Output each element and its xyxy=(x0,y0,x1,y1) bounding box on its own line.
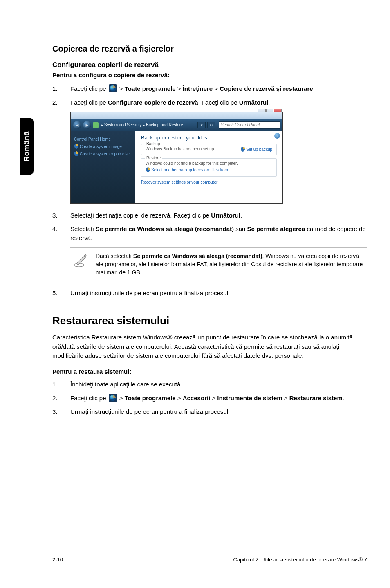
nav-forward-icon[interactable]: ► xyxy=(83,121,91,129)
sidebar-repair-disc-link[interactable]: Create a system repair disc xyxy=(74,151,132,156)
step-2: 2. Faceţi clic pe Configurare copiere de… xyxy=(52,98,367,107)
address-bar[interactable]: ▸ System and Security ▸ Backup and Resto… xyxy=(101,123,196,127)
window-body: Control Panel Home Create a system image… xyxy=(71,131,282,203)
step-body: Faceţi clic pe > Toate programele > Într… xyxy=(70,84,367,93)
shield-icon xyxy=(74,151,79,156)
main-heading: Back up or restore your files xyxy=(141,135,277,141)
backup-status-text: Windows Backup has not been set up. xyxy=(146,147,272,151)
step-number: 3. xyxy=(52,211,70,220)
step-number: 1. xyxy=(52,380,70,389)
start-orb-icon xyxy=(109,394,117,402)
step-number: 3. xyxy=(52,407,70,416)
step-body: Faceţi clic pe Configurare copiere de re… xyxy=(70,98,367,107)
step-number: 1. xyxy=(52,84,70,93)
search-input[interactable] xyxy=(219,121,280,129)
steps-restore: 1. Închideţi toate aplicaţiile care se e… xyxy=(52,380,367,416)
nav-back-icon[interactable]: ◄ xyxy=(73,121,81,129)
language-tab: Română xyxy=(20,118,34,175)
note-icon xyxy=(72,252,89,277)
sidebar: Control Panel Home Create a system image… xyxy=(71,131,135,203)
step-body: Selectaţi Se permite ca Windows să aleag… xyxy=(70,224,367,242)
restore-select-link[interactable]: Select another backup to restore files f… xyxy=(146,167,272,172)
window-navbar: ◄ ► ▸ System and Security ▸ Backup and R… xyxy=(71,119,282,131)
screenshot-backup-restore: ◄ ► ▸ System and Security ▸ Backup and R… xyxy=(70,112,283,204)
step-1: 1. Faceţi clic pe > Toate programele > Î… xyxy=(52,84,367,93)
step-body: Urmaţi instrucţiunile de pe ecran pentru… xyxy=(70,289,367,298)
step-number: 2. xyxy=(52,394,70,403)
step-body: Faceţi clic pe > Toate programele > Acce… xyxy=(70,394,367,403)
step-4: 4. Selectaţi Se permite ca Windows să al… xyxy=(52,224,367,242)
step-5: 5. Urmaţi instrucţiunile de pe ecran pen… xyxy=(52,289,367,298)
page-footer: 2-10 Capitolul 2: Utilizarea sistemului … xyxy=(52,554,367,563)
restore-group-label: Restore xyxy=(145,156,162,160)
step-3: 3. Selectaţi destinaţia copiei de rezerv… xyxy=(52,211,367,220)
restore-group: Restore Windows could not find a backup … xyxy=(141,158,277,177)
heading-configure-backup: Configurarea copierii de rezervă xyxy=(52,61,367,69)
recover-system-link[interactable]: Recover system settings or your computer xyxy=(141,180,277,184)
start-orb-icon xyxy=(109,84,117,92)
heading-system-restore: Restaurarea sistemului xyxy=(52,314,367,327)
step-number: 5. xyxy=(52,289,70,298)
para-system-restore: Caracteristica Restaurare sistem Windows… xyxy=(52,333,367,361)
note-box: Dacă selectaţi Se permite ca Windows să … xyxy=(70,247,367,281)
step-body: Urmaţi instrucţiunile de pe ecran pentru… xyxy=(70,407,367,416)
step-number: 4. xyxy=(52,224,70,242)
window-titlebar xyxy=(71,112,282,119)
step-r2: 2. Faceţi clic pe > Toate programele > A… xyxy=(52,394,367,403)
control-panel-icon xyxy=(93,122,99,128)
main-panel: ? Back up or restore your files Backup S… xyxy=(135,131,282,203)
step-r3: 3. Urmaţi instrucţiunile de pe ecran pen… xyxy=(52,407,367,416)
step-body: Închideţi toate aplicaţiile care se exec… xyxy=(70,380,367,389)
backup-group-label: Backup xyxy=(145,141,161,146)
lead-restore: Pentru a restaura sistemul: xyxy=(52,368,367,375)
note-text: Dacă selectaţi Se permite ca Windows să … xyxy=(96,252,365,277)
page-content: Copierea de rezervă a fişierelor Configu… xyxy=(52,44,367,421)
lead-configure-backup: Pentru a configura o copiere de rezervă: xyxy=(52,72,367,79)
address-dropdown-icon[interactable]: ▾ xyxy=(197,122,206,128)
page-number: 2-10 xyxy=(52,557,63,563)
language-tab-label: Română xyxy=(22,131,31,162)
footer-chapter: Capitolul 2: Utilizarea sistemului de op… xyxy=(233,557,367,563)
step-r1: 1. Închideţi toate aplicaţiile care se e… xyxy=(52,380,367,389)
step-body: Selectaţi destinaţia copiei de rezervă. … xyxy=(70,211,367,220)
sidebar-create-image-link[interactable]: Create a system image xyxy=(74,144,132,149)
shield-icon xyxy=(74,144,79,149)
backup-group: Backup Set up backup Windows Backup has … xyxy=(141,144,277,155)
sidebar-home-link[interactable]: Control Panel Home xyxy=(74,137,132,141)
steps-configure-backup: 1. Faceţi clic pe > Toate programele > Î… xyxy=(52,84,367,107)
step-number: 2. xyxy=(52,98,70,107)
restore-status-text: Windows could not find a backup for this… xyxy=(146,161,272,166)
steps-configure-backup-end: 5. Urmaţi instrucţiunile de pe ecran pen… xyxy=(52,289,367,298)
steps-configure-backup-cont: 3. Selectaţi destinaţia copiei de rezerv… xyxy=(52,211,367,242)
refresh-icon[interactable]: ↻ xyxy=(207,122,215,128)
shield-icon xyxy=(146,167,150,172)
heading-backup-files: Copierea de rezervă a fişierelor xyxy=(52,44,367,54)
